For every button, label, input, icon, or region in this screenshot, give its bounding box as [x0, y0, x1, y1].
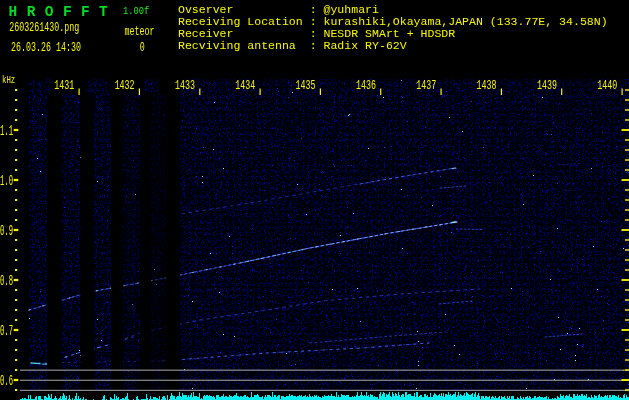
svg-text:1439: 1439: [537, 78, 557, 92]
svg-text:2603261430.png: 2603261430.png: [9, 20, 79, 34]
svg-text:0.6: 0.6: [0, 374, 13, 389]
svg-text:0.9: 0.9: [0, 224, 13, 239]
svg-text:1.00f: 1.00f: [123, 5, 149, 17]
svg-text:26.03.26 14:30: 26.03.26 14:30: [11, 40, 81, 54]
svg-text:1432: 1432: [115, 78, 135, 92]
svg-text:meteor: meteor: [125, 24, 155, 38]
svg-text:Recviving antenna : Radix RY-: Recviving antenna : Radix RY-62V: [178, 39, 407, 52]
svg-text:1431: 1431: [54, 78, 74, 92]
svg-text:1434: 1434: [235, 78, 255, 92]
svg-text:1433: 1433: [175, 78, 195, 92]
svg-text:1438: 1438: [477, 78, 497, 92]
svg-text:1435: 1435: [296, 78, 316, 92]
svg-text:0.7: 0.7: [0, 324, 13, 339]
svg-text:kHz: kHz: [2, 74, 15, 87]
svg-text:1.0: 1.0: [0, 174, 13, 189]
svg-text:0: 0: [140, 40, 145, 54]
svg-text:1440: 1440: [597, 78, 617, 92]
svg-text:1.1: 1.1: [0, 124, 13, 139]
svg-text:1436: 1436: [356, 78, 376, 92]
svg-text:0.8: 0.8: [0, 274, 13, 289]
svg-text:HROFFT: HROFFT: [9, 4, 118, 20]
svg-text:1437: 1437: [416, 78, 436, 92]
